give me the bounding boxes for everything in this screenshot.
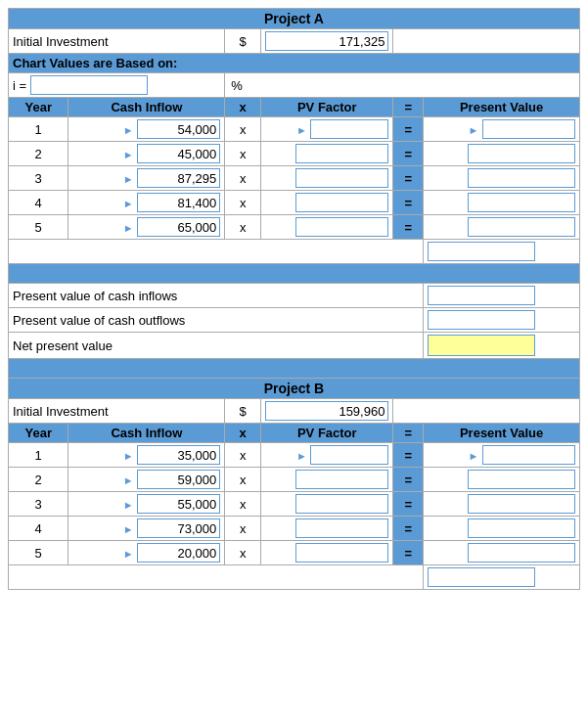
present-value-input[interactable] xyxy=(468,470,575,489)
present-value-input[interactable] xyxy=(468,518,575,538)
npv-input[interactable] xyxy=(428,335,535,356)
pv-factor-input[interactable] xyxy=(295,144,388,163)
year-value: 1 xyxy=(35,122,42,137)
pv-outflows-input[interactable] xyxy=(428,310,535,330)
equals-cell: = xyxy=(393,191,424,215)
year-cell: 5 xyxy=(9,215,68,240)
pv-factor-input[interactable] xyxy=(295,217,388,237)
cash-inflow-input[interactable] xyxy=(137,168,220,188)
present-value-input[interactable] xyxy=(468,193,575,212)
present-value-input[interactable] xyxy=(468,494,575,514)
col-pv-factor-b: PV Factor xyxy=(261,424,393,443)
present-value-cell xyxy=(424,166,580,191)
year-cell: 1 xyxy=(9,117,68,142)
present-value-cell xyxy=(424,142,580,166)
empty-row-a xyxy=(9,240,580,264)
cash-inflow-input[interactable] xyxy=(137,494,220,514)
empty-pv-input-b[interactable] xyxy=(428,567,535,587)
pv-inflows-input[interactable] xyxy=(428,286,535,305)
x-cell: x xyxy=(225,468,261,492)
chart-based-label: Chart Values are Based on: xyxy=(9,54,580,73)
col-cash-inflow-b: Cash Inflow xyxy=(68,424,225,443)
present-value-input[interactable] xyxy=(468,144,575,163)
table-row: 2 ► x = xyxy=(9,142,580,166)
pv-factor-input[interactable] xyxy=(295,168,388,188)
year-value: 4 xyxy=(35,521,42,536)
cash-inflow-input[interactable] xyxy=(137,470,220,489)
arrow-icon: ► xyxy=(123,523,134,535)
npv-value xyxy=(424,333,580,359)
table-row: 4 ► x = xyxy=(9,191,580,215)
initial-investment-label-b: Initial Investment xyxy=(9,399,225,424)
initial-investment-input-a[interactable] xyxy=(265,31,388,51)
year-cell: 4 xyxy=(9,191,68,215)
x-cell: x xyxy=(225,492,261,517)
cash-inflow-input[interactable] xyxy=(137,193,220,212)
x-cell: x xyxy=(225,517,261,541)
present-value-input[interactable] xyxy=(482,119,575,139)
arrow-icon: ► xyxy=(296,124,307,136)
x-cell: x xyxy=(225,117,261,142)
pv-inflows-label: Present value of cash inflows xyxy=(9,284,424,308)
pv-factor-cell xyxy=(261,166,393,191)
pv-factor-input[interactable] xyxy=(310,445,388,465)
present-value-cell xyxy=(424,215,580,240)
present-value-input[interactable] xyxy=(468,168,575,188)
cash-inflow-cell: ► xyxy=(68,117,225,142)
pv-factor-input[interactable] xyxy=(295,543,388,563)
pv-factor-cell: ► xyxy=(261,117,393,142)
initial-investment-input-b[interactable] xyxy=(265,401,388,421)
table-row: 5 ► x = xyxy=(9,215,580,240)
arrow-icon: ► xyxy=(123,474,134,486)
pv-factor-cell: ► xyxy=(261,443,393,468)
i-input[interactable] xyxy=(30,75,148,95)
separator-a xyxy=(9,264,580,284)
pv-factor-input[interactable] xyxy=(295,470,388,489)
arrow-icon: ► xyxy=(468,124,478,136)
initial-investment-empty-b xyxy=(393,399,580,424)
chart-based-row: Chart Values are Based on: xyxy=(9,54,580,73)
cash-inflow-cell: ► xyxy=(68,468,225,492)
pv-factor-cell xyxy=(261,468,393,492)
pv-outflows-value xyxy=(424,308,580,333)
arrow-icon: ► xyxy=(123,499,134,511)
pv-factor-input[interactable] xyxy=(295,518,388,538)
equals-cell: = xyxy=(393,443,424,468)
empty-pv-input[interactable] xyxy=(428,242,535,261)
cash-inflow-cell: ► xyxy=(68,541,225,565)
year-cell: 1 xyxy=(9,443,68,468)
i-text: i = xyxy=(13,78,26,93)
pv-factor-input[interactable] xyxy=(295,193,388,212)
cash-inflow-input[interactable] xyxy=(137,518,220,538)
table-row: 2 ► x = xyxy=(9,468,580,492)
present-value-input[interactable] xyxy=(468,217,575,237)
x-cell: x xyxy=(225,443,261,468)
cash-inflow-input[interactable] xyxy=(137,119,220,139)
cash-inflow-cell: ► xyxy=(68,142,225,166)
present-value-input[interactable] xyxy=(482,445,575,465)
col-x-b: x xyxy=(225,424,261,443)
cash-inflow-input[interactable] xyxy=(137,144,220,163)
table-row: 1 ► x ► = ► xyxy=(9,443,580,468)
present-value-cell xyxy=(424,191,580,215)
present-value-cell xyxy=(424,541,580,565)
pv-factor-input[interactable] xyxy=(295,494,388,514)
equals-cell: = xyxy=(393,166,424,191)
arrow-icon: ► xyxy=(123,173,134,185)
present-value-input[interactable] xyxy=(468,543,575,563)
year-cell: 3 xyxy=(9,492,68,517)
table-row: 4 ► x = xyxy=(9,517,580,541)
pv-factor-cell xyxy=(261,517,393,541)
year-value: 5 xyxy=(35,546,42,561)
pv-factor-input[interactable] xyxy=(310,119,388,139)
cash-inflow-input[interactable] xyxy=(137,543,220,563)
initial-investment-empty-a xyxy=(393,29,580,54)
cash-inflow-input[interactable] xyxy=(137,217,220,237)
initial-investment-value-a xyxy=(261,29,393,54)
main-table: Project A Initial Investment $ Chart Val… xyxy=(8,8,580,590)
col-present-value-b: Present Value xyxy=(424,424,580,443)
pv-factor-cell xyxy=(261,541,393,565)
project-a-initial-investment-row: Initial Investment $ xyxy=(9,29,580,54)
cash-inflow-input[interactable] xyxy=(137,445,220,465)
project-b-initial-investment-row: Initial Investment $ xyxy=(9,399,580,424)
